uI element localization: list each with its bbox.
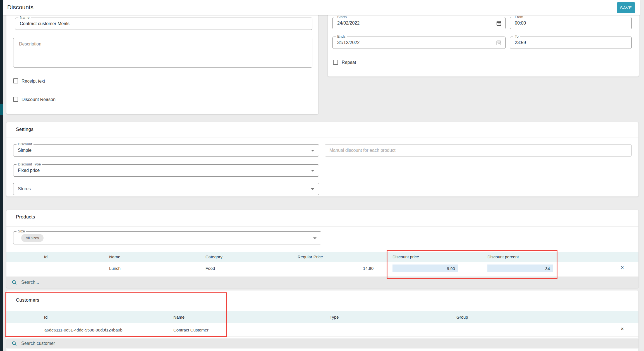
receipt-text-checkbox[interactable] [13,78,18,83]
schedule-card: Starts From Ends To Repeat [327,11,639,77]
products-col-discount-percent: Discount percent [487,252,519,262]
product-discount-price-input[interactable] [392,265,458,272]
settings-divider [6,138,638,138]
customers-col-id: Id [39,311,53,323]
product-regular-price-cell: 14.90 [346,262,374,275]
products-col-discount-price: Discount price [392,252,419,262]
remove-product-icon[interactable]: ✕ [621,265,624,270]
settings-card: Settings Discount Simple Discount Type F… [6,122,639,197]
discount-reason-label: Discount Reason [21,97,56,102]
nav-active-item-sliver [0,104,3,115]
page-title: Discounts [7,4,33,11]
search-icon [11,280,17,285]
customers-table-header: Id Name Type Group [6,311,638,323]
nav-sidebar-sliver [0,0,3,351]
repeat-label: Repeat [342,60,356,65]
starts-input[interactable] [333,17,489,29]
discount-type-select[interactable]: Discount Type Fixed price [13,164,319,177]
ends-field[interactable]: Ends [332,37,506,49]
calendar-icon[interactable] [496,40,502,47]
manual-discount-field[interactable] [325,144,632,157]
products-divider [6,226,638,227]
products-title: Products [16,214,35,220]
chevron-down-icon [311,188,314,190]
products-search-input[interactable] [21,277,189,288]
size-chip-all-sizes[interactable]: All sizes [21,234,44,242]
settings-title: Settings [16,127,33,132]
customer-name-cell: Contract Customer [173,323,209,337]
products-table-header: Id Name Category Regular Price Discount … [6,252,638,262]
discount-type-select-value: Fixed price [18,165,40,176]
products-col-category: Category [205,252,222,262]
chevron-down-icon [313,237,317,239]
customers-search-row [6,338,638,348]
manual-discount-input[interactable] [325,145,631,156]
customers-title: Customers [16,297,39,303]
search-icon [11,341,17,346]
products-col-regular-price: Regular Price [298,252,323,262]
general-info-card: Name Description Receipt text Discount R… [6,11,319,114]
description-field[interactable]: Description [13,38,312,68]
customers-card: Customers Id Name Type Group a6de6111-0c… [6,290,639,351]
discount-reason-checkbox[interactable] [13,97,18,102]
stores-select[interactable]: Stores [13,183,319,195]
to-input[interactable] [510,37,631,49]
from-field[interactable]: From [510,17,632,29]
customer-id-cell: a6de6111-0c31-4dde-9508-08d9f124ba0b [44,323,123,337]
product-discount-percent-input[interactable] [487,265,553,272]
chevron-down-icon [311,170,314,172]
products-search-row [6,277,638,288]
calendar-icon[interactable] [496,20,502,27]
customers-search-input[interactable] [21,338,189,348]
description-textarea[interactable] [13,38,312,67]
size-select-label: Size [16,229,26,233]
product-table-row: Lunch Food 14.90 ✕ [6,262,638,275]
to-field[interactable]: To [510,37,632,49]
receipt-text-label: Receipt text [21,79,45,84]
discount-select[interactable]: Discount Simple [13,144,319,157]
stores-select-label: Stores [18,183,31,195]
customers-col-type: Type [330,311,339,323]
product-name-cell: Lunch [109,262,121,275]
starts-field[interactable]: Starts [332,17,506,29]
remove-customer-icon[interactable]: ✕ [621,327,624,331]
size-select[interactable]: Size All sizes [13,231,321,244]
save-button[interactable]: SAVE [617,2,635,13]
app-top-bar: Discounts SAVE [3,0,640,15]
discount-select-value: Simple [18,145,32,156]
product-category-cell: Food [205,262,215,275]
customers-col-group: Group [456,311,468,323]
repeat-checkbox[interactable] [333,60,338,65]
customer-table-row: a6de6111-0c31-4dde-9508-08d9f124ba0b Con… [6,323,638,337]
products-col-name: Name [109,252,120,262]
from-input[interactable] [510,17,631,29]
chevron-down-icon [311,150,314,152]
name-input[interactable] [15,18,312,30]
name-field[interactable]: Name [15,18,312,30]
customers-col-name: Name [173,311,185,323]
products-col-id: Id [39,252,53,262]
ends-input[interactable] [333,37,489,49]
products-card: Products Size All sizes Id Name Category… [6,210,639,288]
